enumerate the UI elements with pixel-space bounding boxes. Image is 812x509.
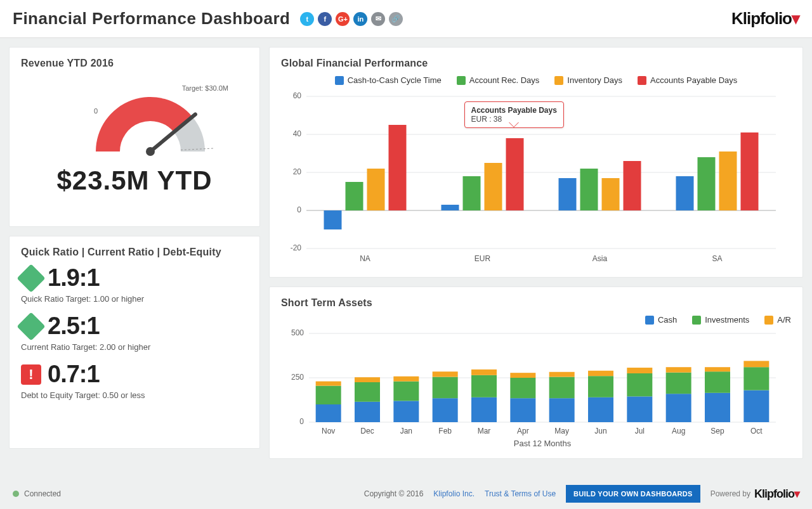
- svg-rect-63: [510, 373, 535, 378]
- footer-link-terms[interactable]: Trust & Terms of Use: [485, 489, 556, 498]
- svg-rect-33: [741, 132, 759, 210]
- svg-rect-25: [559, 178, 577, 210]
- gfp-legend: Cash-to-Cash Cycle Time Account Rec. Day…: [281, 75, 791, 85]
- svg-rect-69: [588, 397, 613, 422]
- svg-rect-59: [471, 370, 497, 375]
- legend-label: Inventory Days: [567, 75, 622, 85]
- page-title: Financial Performance Dashboard: [13, 9, 290, 29]
- diamond-ok-icon: [16, 264, 45, 292]
- legend-swatch: [645, 316, 654, 325]
- sta-legend: Cash Investments A/R: [281, 315, 791, 325]
- legend-swatch: [335, 76, 344, 85]
- svg-text:Dec: Dec: [360, 427, 374, 435]
- svg-rect-46: [355, 382, 380, 402]
- svg-text:NA: NA: [360, 254, 370, 263]
- svg-text:500: 500: [291, 330, 304, 337]
- alert-icon: !: [21, 364, 41, 385]
- svg-rect-61: [510, 398, 535, 422]
- email-icon[interactable]: ✉: [371, 12, 385, 26]
- svg-rect-26: [580, 169, 598, 210]
- svg-rect-73: [627, 396, 652, 422]
- svg-text:0: 0: [299, 417, 304, 426]
- svg-text:Nov: Nov: [322, 427, 335, 435]
- svg-text:-20: -20: [291, 243, 302, 252]
- svg-text:May: May: [554, 427, 569, 435]
- svg-rect-83: [705, 367, 730, 371]
- svg-rect-58: [471, 375, 497, 397]
- current-ratio-value: 2.5:1: [48, 312, 100, 340]
- svg-rect-18: [389, 125, 407, 210]
- de-ratio-sub: Debt to Equity Target: 0.50 or less: [21, 390, 248, 400]
- legend-swatch: [764, 316, 773, 325]
- svg-rect-62: [510, 378, 535, 398]
- legend-swatch: [554, 76, 563, 85]
- svg-text:Past 12 Months: Past 12 Months: [514, 439, 572, 448]
- svg-text:250: 250: [291, 373, 304, 382]
- legend-label: Account Rec. Days: [469, 75, 540, 85]
- legend-swatch: [457, 76, 466, 85]
- svg-text:Asia: Asia: [593, 254, 608, 263]
- svg-rect-53: [433, 398, 458, 422]
- current-ratio-sub: Current Ratio Target: 2.00 or higher: [21, 342, 248, 352]
- tooltip-body: EUR : 38: [471, 115, 502, 124]
- svg-rect-55: [433, 371, 458, 377]
- svg-rect-75: [627, 368, 652, 373]
- share-icons: t f G+ in ✉ 🔗: [300, 12, 403, 26]
- svg-rect-78: [666, 373, 691, 394]
- svg-text:Mar: Mar: [478, 427, 491, 435]
- svg-rect-74: [627, 373, 652, 396]
- svg-rect-77: [666, 394, 691, 422]
- brand-logo-small: Klipfolio▾: [754, 487, 799, 501]
- legend-label: Cash-to-Cash Cycle Time: [348, 75, 442, 85]
- svg-rect-85: [743, 390, 769, 422]
- svg-rect-15: [324, 210, 342, 229]
- svg-rect-23: [506, 138, 524, 210]
- svg-rect-54: [433, 377, 458, 399]
- svg-rect-31: [698, 157, 716, 210]
- svg-text:Jun: Jun: [594, 427, 606, 435]
- gfp-chart[interactable]: -200204060NAEURAsiaSA Accounts Payable D…: [281, 90, 791, 270]
- svg-text:60: 60: [293, 91, 302, 100]
- svg-rect-70: [588, 376, 613, 397]
- diamond-ok-icon: [16, 312, 45, 340]
- link-icon[interactable]: 🔗: [389, 12, 403, 26]
- sta-chart[interactable]: 0250500NovDecJanFebMarAprMayJunJulAugSep…: [281, 330, 791, 453]
- facebook-icon[interactable]: f: [318, 12, 332, 26]
- svg-rect-87: [743, 361, 769, 367]
- svg-rect-47: [355, 377, 380, 382]
- tooltip: Accounts Payable Days EUR : 38: [464, 101, 564, 128]
- svg-text:EUR: EUR: [475, 254, 491, 263]
- legend-label: Accounts Payable Days: [650, 75, 737, 85]
- svg-text:Apr: Apr: [517, 427, 529, 435]
- linkedin-icon[interactable]: in: [353, 12, 367, 26]
- svg-rect-30: [676, 176, 694, 210]
- gfp-title: Global Financial Performance: [281, 58, 791, 69]
- svg-rect-67: [549, 372, 575, 377]
- svg-rect-82: [705, 371, 730, 393]
- svg-text:0: 0: [297, 205, 301, 214]
- svg-text:SA: SA: [712, 254, 722, 263]
- googleplus-icon[interactable]: G+: [336, 12, 350, 26]
- gfp-card: Global Financial Performance Cash-to-Cas…: [269, 47, 803, 278]
- status-text: Connected: [24, 489, 61, 498]
- cta-button[interactable]: BUILD YOUR OWN DASHBOARDS: [566, 485, 700, 503]
- svg-rect-16: [346, 182, 363, 210]
- gauge-zero-label: 0: [94, 107, 98, 115]
- footer-link-company[interactable]: Klipfolio Inc.: [433, 489, 475, 498]
- svg-point-1: [146, 147, 155, 156]
- svg-text:Feb: Feb: [438, 427, 452, 435]
- legend-swatch: [638, 76, 646, 85]
- svg-rect-42: [316, 386, 341, 404]
- revenue-card: Revenue YTD 2016 0 Target: $30.0M $23.5M…: [9, 47, 260, 227]
- svg-rect-57: [471, 397, 497, 422]
- footer: Connected Copyright © 2016 Klipfolio Inc…: [0, 479, 812, 509]
- quick-ratio-value: 1.9:1: [48, 264, 100, 292]
- twitter-icon[interactable]: t: [300, 12, 314, 26]
- svg-rect-22: [485, 163, 502, 210]
- brand-logo: Klipfolio▾: [731, 9, 799, 29]
- topbar: Financial Performance Dashboard t f G+ i…: [0, 0, 812, 38]
- svg-rect-43: [316, 382, 341, 386]
- ratios-card: Quick Ratio | Current Ratio | Debt-Equit…: [9, 236, 260, 449]
- dashboard-grid: Revenue YTD 2016 0 Target: $30.0M $23.5M…: [0, 38, 812, 468]
- legend-label: Investments: [705, 315, 749, 325]
